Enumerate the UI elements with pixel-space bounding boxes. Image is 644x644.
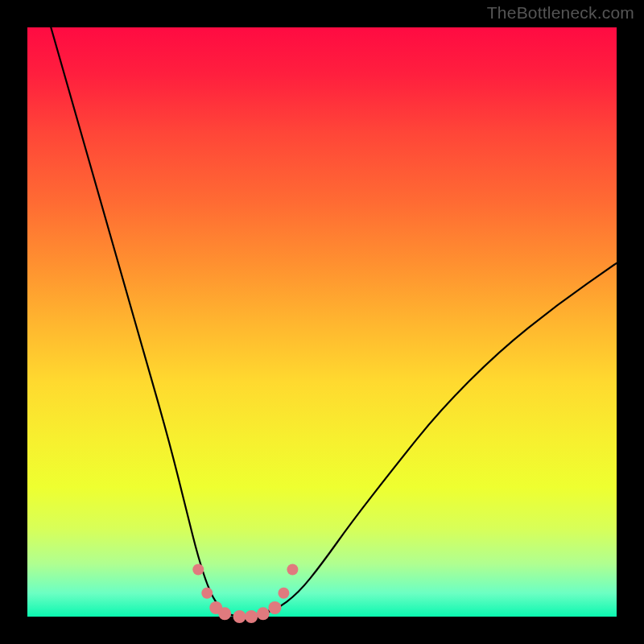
highlight-dot	[233, 610, 246, 623]
highlight-dot	[192, 564, 204, 575]
highlight-dot	[268, 601, 281, 614]
highlight-dot	[287, 564, 298, 575]
bottleneck-curve	[51, 27, 617, 617]
highlight-dot	[257, 607, 270, 620]
highlight-dots	[192, 564, 298, 623]
highlight-dot	[278, 588, 289, 599]
highlight-dot	[201, 588, 213, 599]
chart-frame: TheBottleneck.com	[0, 0, 644, 644]
highlight-dot	[245, 610, 258, 623]
plot-area	[27, 27, 617, 617]
highlight-dot	[218, 607, 231, 620]
chart-svg	[27, 27, 617, 617]
watermark-text: TheBottleneck.com	[487, 3, 634, 23]
